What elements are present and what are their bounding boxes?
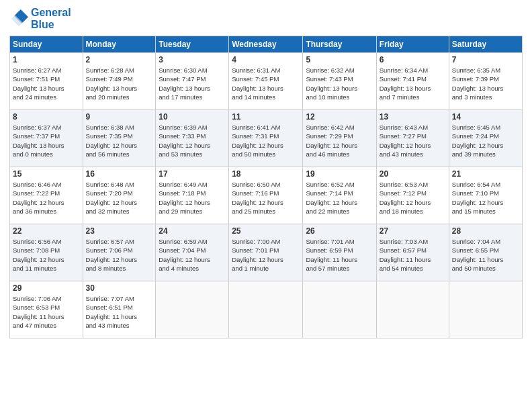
day-info: Sunrise: 6:31 AMSunset: 7:45 PMDaylight:…: [232, 66, 300, 101]
day-info: Sunrise: 6:27 AMSunset: 7:51 PMDaylight:…: [13, 66, 80, 101]
day-number: 8: [13, 112, 80, 122]
logo-icon: [9, 9, 28, 28]
calendar-cell: 30 Sunrise: 7:07 AMSunset: 6:51 PMDaylig…: [83, 281, 156, 338]
page-header: General Blue: [9, 7, 523, 30]
calendar-cell: 29 Sunrise: 7:06 AMSunset: 6:53 PMDaylig…: [10, 281, 83, 338]
day-info: Sunrise: 7:03 AMSunset: 6:57 PMDaylight:…: [380, 237, 446, 273]
day-info: Sunrise: 6:45 AMSunset: 7:24 PMDaylight:…: [452, 123, 519, 158]
day-number: 12: [306, 112, 373, 122]
day-info: Sunrise: 6:48 AMSunset: 7:20 PMDaylight:…: [86, 180, 153, 216]
weekday-header: Tuesday: [156, 36, 229, 53]
day-number: 26: [306, 226, 373, 236]
day-number: 6: [380, 55, 446, 64]
day-number: 23: [86, 226, 153, 236]
day-number: 28: [452, 226, 519, 236]
day-info: Sunrise: 6:52 AMSunset: 7:14 PMDaylight:…: [306, 180, 373, 216]
calendar-body: 1 Sunrise: 6:27 AMSunset: 7:51 PMDayligh…: [10, 53, 523, 338]
day-number: 4: [232, 55, 300, 64]
weekday-header: Wednesday: [229, 36, 303, 53]
logo-text: General Blue: [31, 7, 71, 30]
day-info: Sunrise: 6:54 AMSunset: 7:10 PMDaylight:…: [452, 180, 519, 216]
day-number: 11: [232, 112, 300, 122]
calendar-cell: 2 Sunrise: 6:28 AMSunset: 7:49 PMDayligh…: [83, 53, 156, 110]
calendar-table: SundayMondayTuesdayWednesdayThursdayFrid…: [9, 36, 523, 338]
calendar-cell: 13 Sunrise: 6:43 AMSunset: 7:27 PMDaylig…: [376, 110, 449, 167]
day-info: Sunrise: 6:46 AMSunset: 7:22 PMDaylight:…: [13, 180, 80, 216]
calendar-cell: 20 Sunrise: 6:53 AMSunset: 7:12 PMDaylig…: [376, 167, 449, 224]
weekday-header: Sunday: [10, 36, 83, 53]
day-info: Sunrise: 6:35 AMSunset: 7:39 PMDaylight:…: [452, 66, 519, 101]
day-info: Sunrise: 6:37 AMSunset: 7:37 PMDaylight:…: [13, 123, 80, 158]
day-info: Sunrise: 7:00 AMSunset: 7:01 PMDaylight:…: [232, 237, 300, 273]
calendar-cell: [303, 281, 376, 338]
day-info: Sunrise: 6:30 AMSunset: 7:47 PMDaylight:…: [159, 66, 226, 101]
calendar-cell: 24 Sunrise: 6:59 AMSunset: 7:04 PMDaylig…: [156, 224, 229, 281]
day-info: Sunrise: 6:53 AMSunset: 7:12 PMDaylight:…: [380, 180, 446, 216]
calendar-cell: 6 Sunrise: 6:34 AMSunset: 7:41 PMDayligh…: [376, 53, 449, 110]
calendar-cell: 3 Sunrise: 6:30 AMSunset: 7:47 PMDayligh…: [156, 53, 229, 110]
day-info: Sunrise: 6:34 AMSunset: 7:41 PMDaylight:…: [380, 66, 446, 101]
day-info: Sunrise: 6:28 AMSunset: 7:49 PMDaylight:…: [86, 66, 153, 101]
day-number: 29: [13, 283, 80, 293]
weekday-header: Monday: [83, 36, 156, 53]
day-number: 19: [306, 169, 373, 179]
weekday-header: Thursday: [303, 36, 376, 53]
day-number: 1: [13, 55, 80, 64]
calendar-cell: 4 Sunrise: 6:31 AMSunset: 7:45 PMDayligh…: [229, 53, 303, 110]
day-info: Sunrise: 6:57 AMSunset: 7:06 PMDaylight:…: [86, 237, 153, 273]
weekday-header: Saturday: [449, 36, 522, 53]
day-info: Sunrise: 6:41 AMSunset: 7:31 PMDaylight:…: [232, 123, 300, 158]
calendar-cell: 18 Sunrise: 6:50 AMSunset: 7:16 PMDaylig…: [229, 167, 303, 224]
day-number: 10: [159, 112, 226, 122]
day-number: 25: [232, 226, 300, 236]
calendar-cell: 8 Sunrise: 6:37 AMSunset: 7:37 PMDayligh…: [10, 110, 83, 167]
day-info: Sunrise: 6:56 AMSunset: 7:08 PMDaylight:…: [13, 237, 80, 273]
day-number: 30: [86, 283, 153, 293]
day-number: 2: [86, 55, 153, 64]
day-info: Sunrise: 7:06 AMSunset: 6:53 PMDaylight:…: [13, 294, 80, 330]
day-info: Sunrise: 6:39 AMSunset: 7:33 PMDaylight:…: [159, 123, 226, 158]
day-number: 20: [380, 169, 446, 179]
calendar-cell: 27 Sunrise: 7:03 AMSunset: 6:57 PMDaylig…: [376, 224, 449, 281]
day-number: 21: [452, 169, 519, 179]
calendar-cell: 7 Sunrise: 6:35 AMSunset: 7:39 PMDayligh…: [449, 53, 522, 110]
calendar-cell: 10 Sunrise: 6:39 AMSunset: 7:33 PMDaylig…: [156, 110, 229, 167]
day-info: Sunrise: 6:43 AMSunset: 7:27 PMDaylight:…: [380, 123, 446, 158]
day-number: 27: [380, 226, 446, 236]
weekday-header: Friday: [376, 36, 449, 53]
day-number: 3: [159, 55, 226, 64]
calendar-cell: 26 Sunrise: 7:01 AMSunset: 6:59 PMDaylig…: [303, 224, 376, 281]
calendar-cell: 14 Sunrise: 6:45 AMSunset: 7:24 PMDaylig…: [449, 110, 522, 167]
day-number: 14: [452, 112, 519, 122]
calendar-cell: 9 Sunrise: 6:38 AMSunset: 7:35 PMDayligh…: [83, 110, 156, 167]
day-number: 15: [13, 169, 80, 179]
day-info: Sunrise: 6:32 AMSunset: 7:43 PMDaylight:…: [306, 66, 373, 101]
calendar-cell: 17 Sunrise: 6:49 AMSunset: 7:18 PMDaylig…: [156, 167, 229, 224]
day-number: 22: [13, 226, 80, 236]
day-number: 7: [452, 55, 519, 64]
calendar-header: SundayMondayTuesdayWednesdayThursdayFrid…: [10, 36, 523, 53]
calendar-cell: [449, 281, 522, 338]
calendar-cell: 25 Sunrise: 7:00 AMSunset: 7:01 PMDaylig…: [229, 224, 303, 281]
calendar-cell: [376, 281, 449, 338]
day-number: 17: [159, 169, 226, 179]
day-number: 13: [380, 112, 446, 122]
calendar-cell: [156, 281, 229, 338]
day-info: Sunrise: 6:59 AMSunset: 7:04 PMDaylight:…: [159, 237, 226, 273]
day-info: Sunrise: 6:50 AMSunset: 7:16 PMDaylight:…: [232, 180, 300, 216]
day-number: 16: [86, 169, 153, 179]
calendar-cell: 12 Sunrise: 6:42 AMSunset: 7:29 PMDaylig…: [303, 110, 376, 167]
day-number: 5: [306, 55, 373, 64]
day-info: Sunrise: 6:49 AMSunset: 7:18 PMDaylight:…: [159, 180, 226, 216]
logo: General Blue: [9, 7, 71, 30]
day-number: 9: [86, 112, 153, 122]
day-info: Sunrise: 7:04 AMSunset: 6:55 PMDaylight:…: [452, 237, 519, 273]
calendar-cell: 19 Sunrise: 6:52 AMSunset: 7:14 PMDaylig…: [303, 167, 376, 224]
day-info: Sunrise: 6:42 AMSunset: 7:29 PMDaylight:…: [306, 123, 373, 158]
calendar-cell: 21 Sunrise: 6:54 AMSunset: 7:10 PMDaylig…: [449, 167, 522, 224]
calendar-cell: 5 Sunrise: 6:32 AMSunset: 7:43 PMDayligh…: [303, 53, 376, 110]
calendar-cell: 11 Sunrise: 6:41 AMSunset: 7:31 PMDaylig…: [229, 110, 303, 167]
day-number: 18: [232, 169, 300, 179]
calendar-cell: 28 Sunrise: 7:04 AMSunset: 6:55 PMDaylig…: [449, 224, 522, 281]
calendar-cell: 1 Sunrise: 6:27 AMSunset: 7:51 PMDayligh…: [10, 53, 83, 110]
